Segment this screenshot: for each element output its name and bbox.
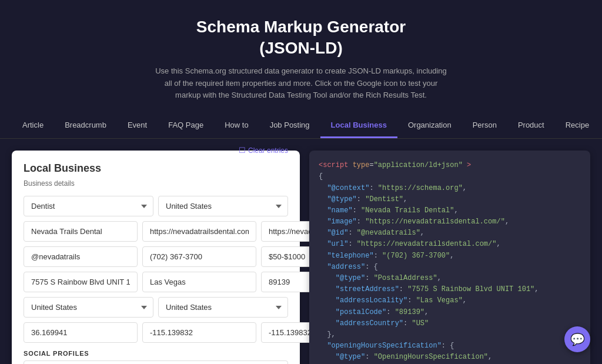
form-row-social: Add Social Profiles	[24, 360, 288, 364]
form-row-country-state: United States United States	[24, 297, 288, 318]
left-panel: Local Business Clear entries Business de…	[12, 151, 300, 364]
nav-person[interactable]: Person	[462, 113, 507, 138]
nav-faq[interactable]: FAQ Page	[158, 113, 214, 138]
nav-video[interactable]: Video	[600, 113, 602, 138]
form-row-geo	[24, 322, 288, 343]
name-input[interactable]	[24, 221, 138, 242]
chat-icon: 💬	[570, 332, 585, 346]
nav-article[interactable]: Article	[12, 113, 54, 138]
type-select[interactable]: Dentist	[24, 196, 153, 216]
nav-event[interactable]: Event	[117, 113, 158, 138]
nav-organization[interactable]: Organization	[397, 113, 462, 138]
social-section: SOCIAL PROFILES Add Social Profiles	[24, 350, 288, 364]
nav-breadcrumb[interactable]: Breadcrumb	[54, 113, 117, 138]
street-input[interactable]	[24, 272, 138, 292]
form-row-handle-phone-price	[24, 246, 288, 267]
main-content: Local Business Clear entries Business de…	[0, 139, 602, 364]
form-row-address	[24, 272, 288, 292]
panel-title: Local Business	[24, 162, 101, 175]
lng-input-1[interactable]	[142, 322, 256, 343]
header-description: Use this Schema.org structured data gene…	[154, 65, 448, 102]
city-input[interactable]	[142, 272, 256, 292]
country-select-1[interactable]: United States	[158, 196, 288, 216]
page-title: Schema Markup Generator (JSON-LD)	[12, 16, 590, 59]
social-profiles-select[interactable]: Add Social Profiles	[24, 360, 288, 364]
lat-input[interactable]	[24, 322, 138, 343]
handle-input[interactable]	[24, 246, 138, 267]
header: Schema Markup Generator (JSON-LD) Use th…	[0, 0, 602, 113]
country-select-2[interactable]: United States	[24, 297, 153, 318]
clear-entries-button[interactable]: Clear entries	[239, 146, 288, 155]
panel-subtitle: Business details	[24, 179, 288, 188]
code-block: <script type="application/ld+json" > { "…	[319, 160, 581, 364]
phone-input[interactable]	[142, 246, 256, 267]
nav-product[interactable]: Product	[507, 113, 555, 138]
right-panel: <script type="application/ld+json" > { "…	[309, 151, 590, 364]
social-label: SOCIAL PROFILES	[24, 350, 288, 357]
chat-button[interactable]: 💬	[564, 326, 590, 352]
url-input[interactable]	[142, 221, 256, 242]
state-select[interactable]: United States	[158, 297, 288, 318]
nav-jobposting[interactable]: Job Posting	[259, 113, 320, 138]
form-row-name-url	[24, 221, 288, 242]
main-nav: Article Breadcrumb Event FAQ Page How to…	[0, 113, 602, 139]
form-row-type-country: Dentist United States	[24, 196, 288, 216]
nav-localbusiness[interactable]: Local Business	[320, 113, 397, 138]
nav-recipe[interactable]: Recipe	[555, 113, 600, 138]
nav-howto[interactable]: How to	[214, 113, 259, 138]
